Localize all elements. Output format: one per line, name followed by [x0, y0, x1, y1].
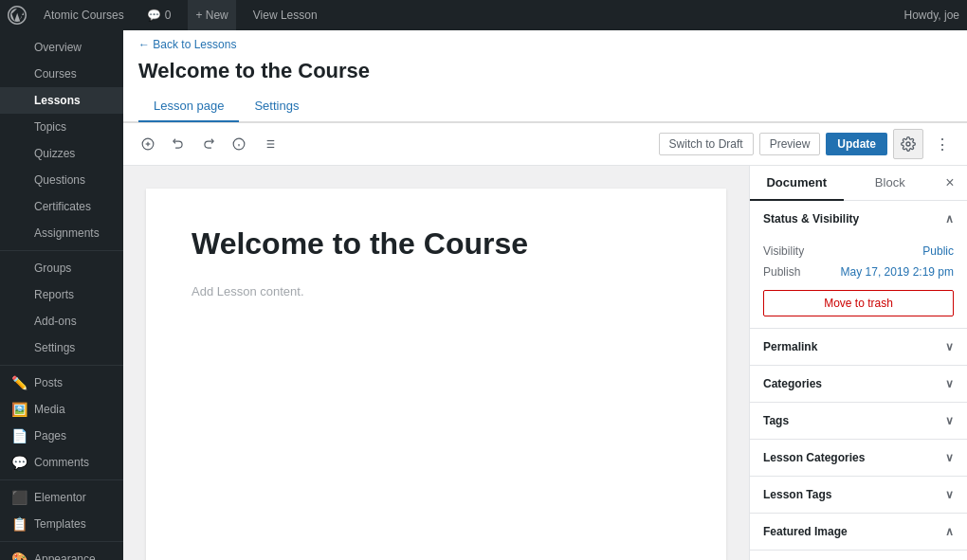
sidebar-item-comments[interactable]: 💬 Comments [0, 449, 123, 476]
wp-logo[interactable] [8, 6, 27, 25]
preview-button[interactable]: Preview [759, 133, 821, 155]
section-status-visibility-content: Visibility Public Publish May 17, 2019 2… [750, 237, 967, 328]
add-block-button[interactable] [135, 131, 161, 157]
sidebar-item-pages[interactable]: 📄 Pages [0, 423, 123, 449]
addons-icon [11, 314, 27, 329]
section-featured-image-header[interactable]: Featured Image ∧ [750, 514, 967, 550]
section-tags-header[interactable]: Tags ∨ [750, 403, 967, 439]
wp-menu-section: ✏️ Posts 🖼️ Media 📄 Pages 💬 Comments [0, 366, 123, 480]
publish-label: Publish [763, 265, 800, 279]
section-status-visibility-header[interactable]: Status & Visibility ∧ [750, 201, 967, 237]
overview-icon [11, 40, 27, 55]
tab-block[interactable]: Block [844, 166, 938, 201]
section-tags: Tags ∨ [750, 403, 967, 440]
plugins-menu-section: ⬛ Elementor 📋 Templates [0, 480, 123, 542]
right-panel: Document Block × Status & Visibility ∧ [749, 166, 967, 560]
templates-icon: 📋 [11, 516, 27, 532]
section-status-visibility: Status & Visibility ∧ Visibility Public … [750, 201, 967, 329]
tab-document[interactable]: Document [750, 166, 844, 201]
atomic-courses-section: Overview Courses Lessons Topics Quizzes … [0, 30, 123, 251]
editor-tabs: Lesson page Settings [123, 91, 967, 122]
certificates-icon [11, 199, 27, 214]
canvas-inner: Welcome to the Course Add Lesson content… [146, 189, 726, 560]
sidebar-item-templates[interactable]: 📋 Templates [0, 511, 123, 537]
elementor-icon: ⬛ [11, 490, 27, 505]
sidebar: Overview Courses Lessons Topics Quizzes … [0, 30, 123, 560]
canvas-placeholder[interactable]: Add Lesson content. [192, 284, 681, 298]
howdy-label: Howdy, joe [904, 9, 959, 22]
publish-row: Publish May 17, 2019 2:19 pm [763, 265, 954, 279]
move-to-trash-button[interactable]: Move to trash [763, 290, 954, 316]
list-view-button[interactable] [256, 131, 283, 157]
section-lesson-tags-header[interactable]: Lesson Tags ∨ [750, 477, 967, 513]
page-title: Welcome to the Course [138, 55, 952, 91]
editor-body: Welcome to the Course Add Lesson content… [123, 166, 967, 560]
toolbar-right: Switch to Draft Preview Update ⋮ [659, 129, 956, 159]
canvas-title: Welcome to the Course [192, 226, 681, 262]
sidebar-item-posts[interactable]: ✏️ Posts [0, 370, 123, 396]
sidebar-item-settings[interactable]: Settings [0, 334, 123, 361]
chevron-down-permalink-icon: ∨ [945, 340, 954, 353]
editor-header: ← Back to Lessons Welcome to the Course … [123, 30, 967, 123]
section-lesson-tags: Lesson Tags ∨ [750, 477, 967, 514]
chevron-down-tags-icon: ∨ [945, 414, 954, 427]
sidebar-item-topics[interactable]: Topics [0, 114, 123, 140]
back-to-lessons-link[interactable]: ← Back to Lessons [138, 30, 952, 55]
reports-icon [11, 287, 27, 302]
settings-panel-toggle[interactable] [893, 129, 923, 159]
appearance-menu-section: 🎨 Appearance 🔌 Plugins 👤 Users [0, 542, 123, 560]
new-content-button[interactable]: + New [188, 0, 235, 30]
chevron-down-lesson-tags-icon: ∨ [945, 488, 954, 501]
panel-tabs: Document Block × [750, 166, 967, 201]
posts-icon: ✏️ [11, 375, 27, 390]
sidebar-item-assignments[interactable]: Assignments [0, 220, 123, 246]
sidebar-item-elementor[interactable]: ⬛ Elementor [0, 484, 123, 511]
sidebar-item-appearance[interactable]: 🎨 Appearance [0, 546, 123, 560]
sidebar-item-overview[interactable]: Overview [0, 34, 123, 61]
update-button[interactable]: Update [826, 133, 887, 155]
lessons-icon [11, 93, 27, 108]
visibility-value[interactable]: Public [922, 244, 954, 258]
tab-settings[interactable]: Settings [239, 91, 314, 122]
section-categories-header[interactable]: Categories ∨ [750, 366, 967, 402]
svg-point-12 [906, 142, 910, 146]
canvas-area[interactable]: Welcome to the Course Add Lesson content… [123, 166, 749, 560]
toolbar-left [135, 131, 283, 157]
assignments-icon [11, 226, 27, 241]
appearance-icon: 🎨 [11, 551, 27, 560]
topics-icon [11, 119, 27, 135]
sidebar-item-lessons[interactable]: Lessons [0, 87, 123, 114]
view-lesson-link[interactable]: View Lesson [247, 0, 323, 30]
settings-icon [11, 340, 27, 355]
section-lesson-categories: Lesson Categories ∨ [750, 440, 967, 477]
sidebar-item-media[interactable]: 🖼️ Media [0, 396, 123, 423]
more-options-button[interactable]: ⋮ [929, 131, 956, 157]
groups-section: Groups Reports Add-ons Settings [0, 251, 123, 366]
sidebar-item-addons[interactable]: Add-ons [0, 308, 123, 334]
panel-close-button[interactable]: × [937, 170, 963, 196]
sidebar-item-reports[interactable]: Reports [0, 281, 123, 308]
section-lesson-categories-header[interactable]: Lesson Categories ∨ [750, 440, 967, 476]
sidebar-item-certificates[interactable]: Certificates [0, 193, 123, 220]
chevron-down-lesson-cat-icon: ∨ [945, 451, 954, 464]
redo-button[interactable] [195, 131, 222, 157]
publish-value[interactable]: May 17, 2019 2:19 pm [841, 265, 954, 279]
sidebar-item-courses[interactable]: Courses [0, 61, 123, 87]
site-name-link[interactable]: Atomic Courses [38, 0, 130, 30]
section-permalink: Permalink ∨ [750, 329, 967, 366]
undo-button[interactable] [165, 131, 192, 157]
media-icon: 🖼️ [11, 402, 27, 417]
tab-lesson-page[interactable]: Lesson page [138, 91, 239, 122]
sidebar-item-quizzes[interactable]: Quizzes [0, 140, 123, 167]
section-categories: Categories ∨ [750, 366, 967, 403]
section-featured-image: Featured Image ∧ [750, 514, 967, 551]
info-button[interactable] [226, 131, 252, 157]
questions-icon [11, 172, 27, 188]
comments-link[interactable]: 💬 0 [141, 0, 177, 30]
sidebar-item-questions[interactable]: Questions [0, 167, 123, 193]
visibility-label: Visibility [763, 244, 804, 258]
section-permalink-header[interactable]: Permalink ∨ [750, 329, 967, 365]
main-content: ← Back to Lessons Welcome to the Course … [123, 30, 967, 560]
switch-to-draft-button[interactable]: Switch to Draft [659, 133, 754, 155]
sidebar-item-groups[interactable]: Groups [0, 255, 123, 281]
